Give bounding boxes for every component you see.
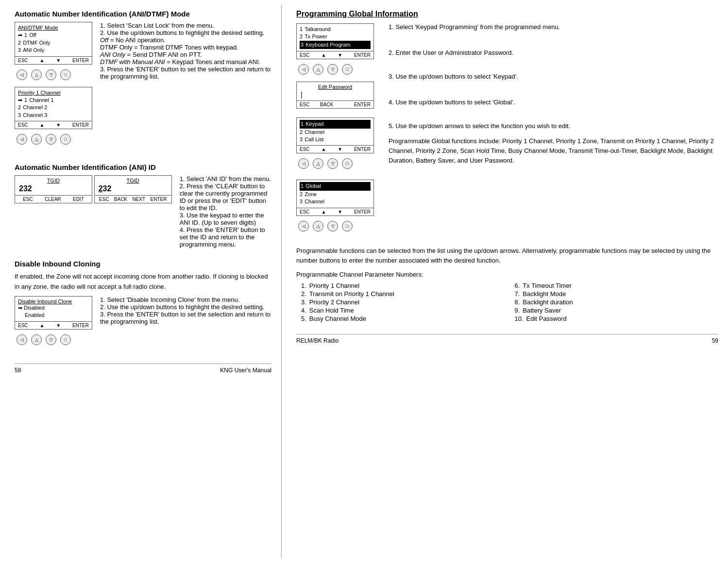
ani-id-display-area: TGID 232 ESC CLEAR EDIT TGID 2	[15, 175, 271, 248]
left-manual-label: KNG User's Manual	[220, 367, 271, 374]
right-step2: 2. Enter the User or Administrator Passw…	[389, 49, 718, 56]
kp-btn4[interactable]: □	[342, 158, 353, 169]
section-ani-dtmf: Automatic Number Identification (ANI/DTM…	[15, 10, 271, 151]
section3-title: Disable Inbound Cloning	[15, 260, 271, 268]
keypad-display: 1 Keypad 2 Channel 3 Call List	[296, 117, 374, 153]
step3-2: 2. Use the up/down buttons to highlight …	[100, 303, 271, 311]
pwd-enter: ENTER	[354, 102, 371, 107]
ani-dtmf-screen: ANI/DTMF Mode ➡ 1 Off 2 DTMF Only	[15, 22, 92, 56]
zone-item: 2 Zone	[300, 191, 371, 198]
keyboard-program-label: Keyboard Program	[305, 41, 350, 49]
clone-display-area: Disable Inbound Clone ➡ Disabled Enabled…	[15, 296, 271, 352]
global-num: 1	[301, 182, 304, 190]
param-title: Programmable Channel Parameter Numbers:	[296, 271, 718, 278]
ani-up: ▲	[39, 58, 44, 63]
step2-4: 4. Press the 'ENTER' button to set the I…	[180, 226, 271, 248]
tal-btn1[interactable]: ◁	[298, 64, 309, 75]
param-9: 9. Battery Saver	[515, 307, 719, 314]
priority-enter: ENTER	[72, 122, 89, 128]
tal-btn2[interactable]: △	[313, 64, 323, 75]
ani-num2: 2	[18, 39, 21, 47]
right-display-text-area: 1 Talkaround 2 Tx Power 3 Keyboard Progr…	[296, 23, 718, 238]
clone-arrow: ➡	[18, 304, 22, 312]
step1-2: 2. Use the up/down buttons to highlight …	[100, 29, 271, 36]
param-label-5: Busy Channel Mode	[309, 315, 366, 322]
ani-dtmf-displays: ANI/DTMF Mode ➡ 1 Off 2 DTMF Only	[15, 22, 92, 151]
gl-btn2[interactable]: △	[313, 221, 323, 232]
global-radio-buttons: ◁ △ ▽ □	[296, 221, 379, 232]
keypad-label: Keypad	[305, 120, 323, 128]
talkaround-radio-buttons: ◁ △ ▽ □	[296, 64, 379, 75]
ani-id-displays: TGID 232 ESC CLEAR EDIT TGID 2	[15, 175, 172, 208]
calllist-item: 3 Call List	[300, 136, 371, 143]
ani-dtmf-radio-buttons: ◁ △ ▽ □	[15, 69, 92, 80]
step1-1: 1. Select 'Scan List Lock' from the menu…	[100, 22, 271, 29]
tgid-footer2: ESC BACK NEXT ENTER	[95, 195, 171, 203]
section3-description: If enabled, the Zone will not accept inc…	[15, 272, 271, 292]
calllist-num: 3	[300, 136, 303, 143]
priority-channel-display: Priority 1 Channel ➡ 1 Channel 1 2 Chann…	[15, 87, 92, 130]
clone-btn1[interactable]: ◁	[17, 334, 27, 345]
gl-btn1[interactable]: ◁	[298, 221, 309, 232]
ani-btn3[interactable]: ▽	[46, 69, 56, 80]
param-label-10: Edit Password	[526, 315, 567, 322]
ani-btn2[interactable]: △	[31, 69, 42, 80]
tgid-enter: ENTER	[151, 197, 167, 202]
param-3: 3. Priority 2 Channel	[301, 298, 505, 306]
priority-btn1[interactable]: ◁	[17, 134, 27, 145]
param-8: 8. Backlight duration	[515, 298, 719, 306]
tal-btn4[interactable]: □	[342, 64, 353, 75]
right-steps-text: 1. Select 'Keypad Programming' from the …	[389, 23, 718, 169]
right-step4-text: 4. Use the up/down buttons to select 'Gl…	[389, 99, 515, 106]
param-num-2: 2.	[301, 290, 306, 298]
param-num-9: 9.	[515, 307, 520, 314]
priority-down: ▼	[56, 122, 61, 128]
clone-btn2[interactable]: △	[31, 334, 42, 345]
param-label-6: Tx Timeout Timer	[523, 282, 571, 289]
section-disable-clone: Disable Inbound Cloning If enabled, the …	[15, 260, 271, 351]
param-6: 6. Tx Timeout Timer	[515, 282, 719, 289]
ani-btn1[interactable]: ◁	[17, 69, 27, 80]
clone-radio-buttons: ◁ △ ▽ □	[15, 334, 92, 345]
priority-arrow: ➡	[18, 97, 22, 104]
priority-btn2[interactable]: △	[31, 134, 42, 145]
kp-btn3[interactable]: ▽	[327, 158, 338, 169]
param-numbers: Programmable Channel Parameter Numbers: …	[296, 271, 718, 322]
pwd-footer: ESC BACK ENTER	[297, 100, 373, 108]
clone-btn3[interactable]: ▽	[46, 334, 56, 345]
priority-up: ▲	[39, 122, 44, 128]
tgid-back: BACK	[114, 197, 127, 202]
clone-display-col: Disable Inbound Clone ➡ Disabled Enabled…	[15, 296, 92, 352]
kp-btn2[interactable]: △	[313, 158, 323, 169]
priority-btn3[interactable]: ▽	[46, 134, 56, 145]
clone-enter: ENTER	[72, 323, 89, 328]
left-page-number: 58	[15, 367, 21, 374]
ani-btn4[interactable]: □	[60, 69, 71, 80]
ani-arrow: ➡	[18, 32, 22, 39]
priority-title: Priority 1 Channel	[18, 89, 60, 97]
param-4: 4. Scan Hold Time	[301, 307, 505, 314]
tal-up: ▲	[321, 52, 326, 58]
global-functions-content: Programmable Global functions include: P…	[389, 137, 714, 164]
global-channel-item: 3 Channel	[300, 198, 371, 205]
param-7: 7. Backlight Mode	[515, 290, 719, 298]
param-label-1: Priority 1 Channel	[309, 282, 359, 289]
ani-arrow-off: ➡ 1 Off	[18, 32, 89, 39]
right-step1-text: 1. Select 'Keypad Programming' from the …	[389, 23, 560, 31]
channel-item: 2 Channel	[300, 129, 371, 136]
global-footer: ESC ▲ ▼ ENTER	[297, 208, 373, 215]
ani-down: ▼	[56, 58, 61, 63]
kp-up: ▲	[321, 147, 326, 152]
priority-btn4[interactable]: □	[60, 134, 71, 145]
clone-btn4[interactable]: □	[60, 334, 71, 345]
tal-btn3[interactable]: ▽	[327, 64, 338, 75]
global-display: 1 Global 2 Zone 3 Channel	[296, 180, 374, 215]
gl-btn4[interactable]: □	[342, 221, 353, 232]
param-label-8: Backlight duration	[523, 298, 573, 306]
clone-esc: ESC	[18, 323, 28, 328]
tgid-clear: CLEAR	[45, 197, 61, 202]
gl-btn3[interactable]: ▽	[327, 221, 338, 232]
keyboard-program-item: 3 Keyboard Program	[300, 41, 371, 49]
kp-btn1[interactable]: ◁	[298, 158, 309, 169]
param-5: 5. Busy Channel Mode	[301, 315, 505, 322]
